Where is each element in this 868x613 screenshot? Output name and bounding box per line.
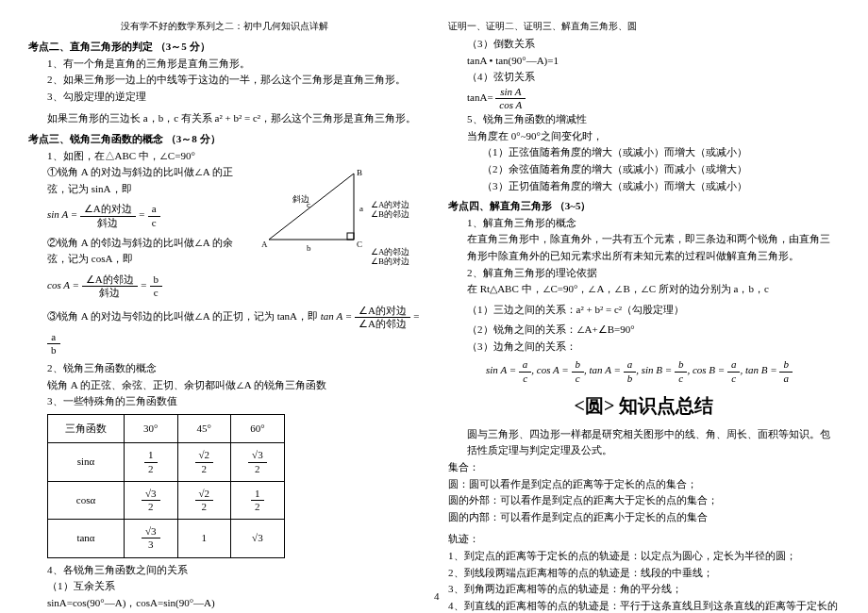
kd4-edge-angle-heading: （3）边角之间的关系：: [448, 339, 840, 356]
kd3-3-heading: 3、一些特殊角的三角函数值: [28, 393, 420, 410]
circle-section-title: <圆> 知识点总结: [448, 390, 840, 421]
set-heading: 集合：: [448, 459, 840, 476]
table-row: 三角函数 30° 45° 60°: [48, 414, 285, 443]
side-a-label: a: [359, 202, 363, 215]
svg-rect-3: [347, 233, 354, 240]
kd4-heading: 考点四、解直角三角形 （3~5）: [448, 198, 840, 215]
locus-3: 3、到角两边距离相等的点的轨迹是：角的平分线；: [448, 581, 840, 598]
side-b-label: b: [307, 241, 311, 255]
kd4-2-setup: 在 Rt△ABC 中，∠C=90°，∠A，∠B，∠C 所对的边分别为 a，b，c: [448, 281, 840, 298]
kd3-4-heading: 4、各锐角三角函数之间的关系: [28, 562, 420, 579]
set-interior: 圆的内部：可以看作是到定点的距离小于定长的点的集合: [448, 509, 840, 526]
set-exterior: 圆的外部：可以看作是到定点的距离大于定长的点的集合；: [448, 492, 840, 509]
kd2-item2: 2、如果三角形一边上的中线等于这边的一半，那么这个三角形是直角三角形。: [28, 72, 420, 89]
tan-definition: ③锐角 A 的对边与邻边的比叫做∠A 的正切，记为 tanA，即 tan A =…: [28, 305, 420, 356]
table-row: cosα √32 √22 12: [48, 481, 285, 519]
reciprocal-eq: tanA • tan(90°—A)=1: [448, 53, 840, 70]
special-angle-table: 三角函数 30° 45° 60° sinα 12 √22 √32 cosα √3…: [47, 414, 285, 558]
vertex-a: A: [261, 238, 268, 251]
angleB-opposite-label: ∠B的对边: [371, 255, 409, 268]
ratio-heading: （4）弦切关系: [448, 69, 840, 86]
circle-intro: 圆与三角形、四边形一样都是研究相关图形中的线、角、周长、面积等知识。包括性质定理…: [448, 426, 840, 459]
edge-angle-equations: sin A = ac, cos A = bc, tan A = ab, sin …: [467, 358, 840, 384]
set-circle: 圆：圆可以看作是到定点的距离等于定长的点的集合；: [448, 476, 840, 493]
right-column: 证明一、证明二、证明三、解直角三角形、圆 （3）倒数关系 tanA • tan(…: [448, 19, 840, 594]
monotone-tan: （3）正切值随着角度的增大（或减小）而增大（或减小）: [448, 178, 840, 195]
locus-heading: 轨迹：: [448, 531, 840, 548]
left-column: 没有学不好的数学系列之二：初中几何知识点详解 考点二、直角三角形的判定 （3～5…: [28, 19, 420, 594]
kd3-heading: 考点三、锐角三角函数的概念 （3～8 分）: [28, 131, 420, 148]
locus-4: 4、到直线的距离相等的点的轨迹是：平行于这条直线且到这条直线的距离等于定长的两条…: [448, 598, 840, 613]
kd2-pythagoras: 如果三角形的三边长 a，b，c 有关系 a² + b² = c²，那么这个三角形…: [28, 110, 420, 127]
monotone-heading: 5、锐角三角函数的增减性: [448, 111, 840, 128]
locus-1: 1、到定点的距离等于定长的点的轨迹是：以定点为圆心，定长为半径的圆；: [448, 548, 840, 565]
proof-topic-line: 证明一、证明二、证明三、解直角三角形、圆: [448, 19, 840, 34]
table-row: sinα 12 √22 √32: [48, 443, 285, 481]
vertex-c: C: [357, 238, 362, 251]
page-series-title: 没有学不好的数学系列之二：初中几何知识点详解: [28, 19, 420, 34]
complementary-eq: sinA=cos(90°—A)，cosA=sin(90°—A): [28, 595, 420, 612]
kd4-sides-relation: （1）三边之间的关系：a² + b² = c²（勾股定理）: [448, 302, 840, 319]
page-number: 4: [434, 588, 440, 605]
side-c-label: c: [307, 198, 310, 211]
complementary-heading: （1）互余关系: [28, 578, 420, 595]
svg-line-2: [269, 174, 354, 240]
table-row: tanα √33 1 √3: [48, 520, 285, 557]
reciprocal-heading: （3）倒数关系: [448, 36, 840, 53]
locus-2: 2、到线段两端点距离相等的点的轨迹是：线段的中垂线；: [448, 565, 840, 582]
angleB-adjacent-label: ∠B的邻边: [371, 207, 409, 221]
kd2-item1: 1、有一个角是直角的三角形是直角三角形。: [28, 56, 420, 73]
kd3-given: 1、如图，在△ABC 中，∠C=90°: [28, 148, 420, 165]
right-triangle-diagram: B A C 斜边 c a b ∠A的对边 ∠B的邻边 ∠A的邻边 ∠B的对边: [250, 164, 420, 249]
monotone-sin: （1）正弦值随着角度的增大（或减小）而增大（或减小）: [448, 144, 840, 161]
kd4-1-text: 在直角三角形中，除直角外，一共有五个元素，即三条边和两个锐角，由直角三角形中除直…: [448, 231, 840, 264]
monotone-range: 当角度在 0°~90°之间变化时，: [448, 128, 840, 145]
vertex-b: B: [357, 166, 362, 179]
monotone-cos: （2）余弦值随着角度的增大（或减小）而减小（或增大）: [448, 161, 840, 178]
kd2-item3: 3、勾股定理的逆定理: [28, 89, 420, 106]
cos-equation: cos A = ∠A的邻边斜边 = bc: [47, 273, 420, 299]
kd2-heading: 考点二、直角三角形的判定 （3～5 分）: [28, 39, 420, 56]
kd4-2-heading: 2、解直角三角形的理论依据: [448, 265, 840, 282]
kd4-angle-relation: （2）锐角之间的关系：∠A+∠B=90°: [448, 322, 840, 339]
kd4-1-heading: 1、解直角三角形的概念: [448, 215, 840, 232]
ratio-eq: tanA= sin Acos A: [448, 86, 840, 111]
kd3-2-text: 锐角 A 的正弦、余弦、正切、余切都叫做∠A 的锐角三角函数: [28, 377, 420, 394]
kd3-2-heading: 2、锐角三角函数的概念: [28, 360, 420, 377]
